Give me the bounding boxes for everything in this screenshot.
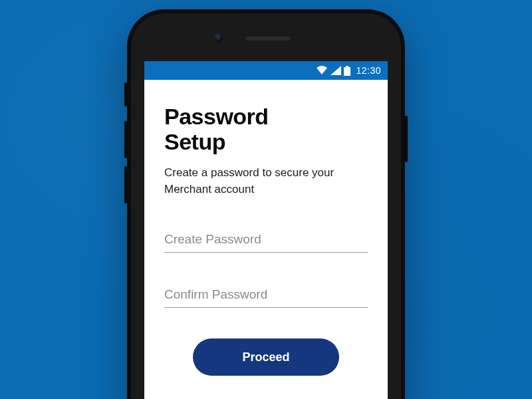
- phone-frame: 12:30 Password Setup Create a password t…: [127, 9, 405, 399]
- mute-switch: [124, 82, 127, 106]
- wifi-icon: [316, 66, 328, 75]
- volume-up-button: [124, 121, 127, 158]
- cell-signal-icon: [331, 66, 341, 75]
- phone-bezel: 12:30 Password Setup Create a password t…: [131, 13, 401, 399]
- create-password-field: [164, 228, 368, 253]
- content-area: Password Setup Create a password to secu…: [144, 80, 388, 376]
- svg-rect-0: [346, 66, 348, 67]
- power-button: [405, 116, 408, 162]
- front-camera: [214, 33, 223, 43]
- page-title: Password Setup: [164, 104, 368, 154]
- confirm-password-input[interactable]: [164, 283, 368, 308]
- battery-icon: [344, 66, 350, 76]
- volume-down-button: [124, 166, 127, 203]
- create-password-input[interactable]: [164, 228, 368, 253]
- earpiece-speaker: [245, 35, 291, 41]
- confirm-password-field: [164, 283, 368, 308]
- title-line-2: Setup: [164, 129, 225, 154]
- status-bar: 12:30: [144, 61, 388, 80]
- status-time: 12:30: [356, 65, 381, 76]
- page-subtitle: Create a password to secure your Merchan…: [164, 165, 337, 198]
- screen: 12:30 Password Setup Create a password t…: [144, 61, 388, 399]
- title-line-1: Password: [164, 104, 269, 129]
- svg-rect-1: [344, 67, 350, 76]
- proceed-button[interactable]: Proceed: [193, 338, 339, 376]
